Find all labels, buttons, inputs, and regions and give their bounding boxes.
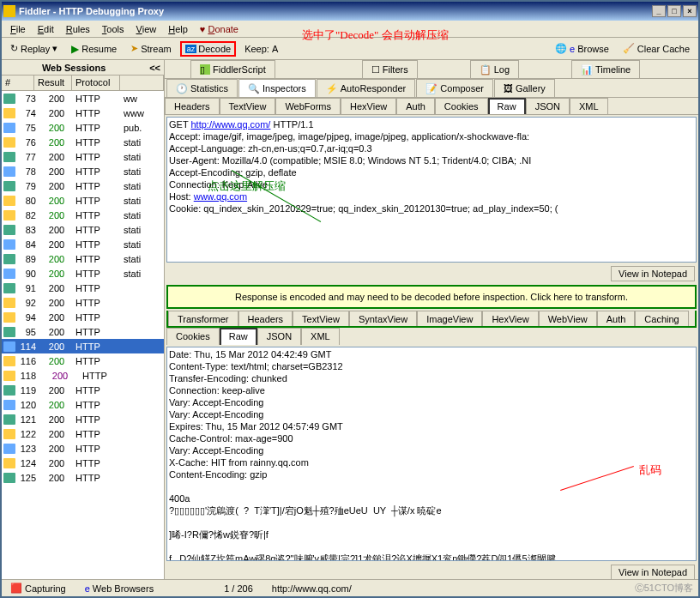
response-raw-pane[interactable]: Date: Thu, 15 Mar 2012 04:42:49 GMT Cont… xyxy=(166,347,697,561)
view-notepad-button-2[interactable]: View in Notepad xyxy=(611,565,695,580)
session-row[interactable]: 89200HTTPstati xyxy=(2,251,164,266)
reqtab-hexview[interactable]: HexView xyxy=(341,98,396,114)
status-browsers[interactable]: e Web Browsers xyxy=(80,583,159,594)
session-row[interactable]: 90200HTTPstati xyxy=(2,266,164,281)
minimize-button[interactable]: _ xyxy=(652,5,666,17)
session-row[interactable]: 94200HTTP xyxy=(2,310,164,324)
tab-timeline[interactable]: 📊 Timeline xyxy=(571,60,640,78)
session-row[interactable]: 121200HTTP xyxy=(2,412,164,426)
col-result[interactable]: Result xyxy=(34,76,72,90)
tab-inspectors[interactable]: 🔍 Inspectors xyxy=(238,79,316,97)
session-row[interactable]: 119200HTTP xyxy=(2,383,164,397)
session-row[interactable]: 120200HTTP xyxy=(2,397,164,412)
resptab-xml[interactable]: XML xyxy=(301,328,340,345)
window-title: Fiddler - HTTP Debugging Proxy xyxy=(19,6,652,16)
fiddler-icon xyxy=(3,5,15,17)
reqtab-json[interactable]: JSON xyxy=(526,98,570,114)
session-row[interactable]: 124200HTTP xyxy=(2,456,164,470)
status-capturing[interactable]: 🟥 Capturing xyxy=(5,583,71,594)
titlebar: Fiddler - HTTP Debugging Proxy _ □ × xyxy=(2,2,698,21)
transform-bar[interactable]: Response is encoded and may need to be d… xyxy=(166,285,697,309)
replay-button[interactable]: ↻ Replay ▾ xyxy=(5,41,63,56)
tab-composer[interactable]: 📝 Composer xyxy=(416,79,493,97)
reqtab-auth[interactable]: Auth xyxy=(396,98,435,114)
annotation-garbled: 乱码 xyxy=(639,464,661,475)
tab-log[interactable]: 📋 Log xyxy=(470,60,519,78)
col-host[interactable] xyxy=(120,76,164,90)
resptab-syntaxview[interactable]: SyntaxView xyxy=(349,311,417,326)
top-tabs-2: 🕐 Statistics 🔍 Inspectors ⚡ AutoResponde… xyxy=(165,79,698,98)
session-row[interactable]: 75200HTTPpub. xyxy=(2,120,164,135)
resume-button[interactable]: ▶ Resume xyxy=(66,41,122,57)
col-protocol[interactable]: Protocol xyxy=(72,76,120,90)
right-panel: ▯FiddlerScript ☐ Filters 📋 Log 📊 Timelin… xyxy=(165,60,698,582)
session-row[interactable]: 83200HTTPstati xyxy=(2,222,164,237)
menu-donate[interactable]: ♥ Donate xyxy=(195,22,244,36)
session-row[interactable]: 78200HTTPstati xyxy=(2,164,164,178)
session-row[interactable]: 80200HTTPstati xyxy=(2,193,164,208)
decode-button[interactable]: az Decode xyxy=(180,41,236,57)
session-row[interactable]: 84200HTTPstati xyxy=(2,237,164,251)
tab-statistics[interactable]: 🕐 Statistics xyxy=(166,79,238,97)
clear-cache-button[interactable]: 🧹 Clear Cache xyxy=(618,41,695,56)
session-row[interactable]: 92200HTTP xyxy=(2,295,164,310)
tab-filters[interactable]: ☐ Filters xyxy=(362,60,418,78)
session-row[interactable]: 116200HTTP xyxy=(2,353,164,368)
col-num[interactable]: # xyxy=(2,76,34,90)
reqtab-textview[interactable]: TextView xyxy=(220,98,276,114)
resptab-json[interactable]: JSON xyxy=(257,328,301,345)
menu-edit[interactable]: Edit xyxy=(33,22,59,36)
stream-button[interactable]: ➤ Stream xyxy=(125,41,176,56)
resptab-imageview[interactable]: ImageView xyxy=(417,311,482,326)
session-row[interactable]: 118200HTTP xyxy=(2,368,164,383)
resptab-headers[interactable]: Headers xyxy=(238,311,293,326)
view-notepad-button[interactable]: View in Notepad xyxy=(611,266,695,281)
session-row[interactable]: 77200HTTPstati xyxy=(2,149,164,164)
close-button[interactable]: × xyxy=(683,5,697,17)
session-row[interactable]: 122200HTTP xyxy=(2,426,164,441)
resptab-auth[interactable]: Auth xyxy=(597,311,636,326)
session-row[interactable]: 95200HTTP xyxy=(2,324,164,339)
resptab-cookies[interactable]: Cookies xyxy=(166,328,220,345)
collapse-button[interactable]: << xyxy=(146,63,164,73)
session-row[interactable]: 79200HTTPstati xyxy=(2,178,164,193)
menu-view[interactable]: View xyxy=(131,22,162,36)
session-row[interactable]: 91200HTTP xyxy=(2,281,164,295)
resptab-hexview[interactable]: HexView xyxy=(482,311,538,326)
menu-tools[interactable]: Tools xyxy=(97,22,130,36)
resptab-caching[interactable]: Caching xyxy=(635,311,688,326)
reqtab-cookies[interactable]: Cookies xyxy=(435,98,488,114)
menu-help[interactable]: Help xyxy=(163,22,193,36)
resptab-raw[interactable]: Raw xyxy=(220,328,257,345)
reqtab-raw[interactable]: Raw xyxy=(488,98,526,114)
resptab-transformer[interactable]: Transformer xyxy=(168,311,238,326)
session-row[interactable]: 74200HTTPwww xyxy=(2,106,164,120)
sessions-list[interactable]: 73200HTTPww74200HTTPwww75200HTTPpub.7620… xyxy=(2,91,164,582)
response-tabs-1: TransformerHeadersTextViewSyntaxViewImag… xyxy=(166,311,697,328)
tab-fiddlerscript[interactable]: ▯FiddlerScript xyxy=(190,60,275,78)
session-row[interactable]: 125200HTTP xyxy=(2,470,164,485)
top-tabs-1: ▯FiddlerScript ☐ Filters 📋 Log 📊 Timelin… xyxy=(165,60,698,79)
sessions-panel: Web Sessions << # Result Protocol 73200H… xyxy=(2,60,165,582)
menu-file[interactable]: File xyxy=(5,22,31,36)
statusbar: 🟥 Capturing e Web Browsers 1 / 206 http:… xyxy=(2,579,698,596)
session-row[interactable]: 123200HTTP xyxy=(2,441,164,456)
reqtab-webforms[interactable]: WebForms xyxy=(275,98,341,114)
browse-button[interactable]: 🌐 e Browse xyxy=(550,41,614,56)
watermark: Ⓒ51CTO博客 xyxy=(635,582,693,595)
session-row[interactable]: 73200HTTPww xyxy=(2,91,164,106)
resptab-webview[interactable]: WebView xyxy=(539,311,597,326)
reqtab-headers[interactable]: Headers xyxy=(165,98,220,114)
keep-button[interactable]: Keep: A xyxy=(239,42,283,56)
reqtab-xml[interactable]: XML xyxy=(570,98,608,114)
annotation-decode: 选中了"Decode" 会自动解压缩 xyxy=(302,27,449,43)
status-url: http://www.qq.com/ xyxy=(267,583,357,594)
session-row[interactable]: 82200HTTPstati xyxy=(2,208,164,222)
menu-rules[interactable]: Rules xyxy=(61,22,95,36)
tab-gallery[interactable]: 🖼 Gallery xyxy=(494,79,555,97)
maximize-button[interactable]: □ xyxy=(667,5,681,17)
session-row[interactable]: 114200HTTP xyxy=(2,339,164,353)
resptab-textview[interactable]: TextView xyxy=(293,311,349,326)
session-row[interactable]: 76200HTTPstati xyxy=(2,135,164,149)
tab-autoresponder[interactable]: ⚡ AutoResponder xyxy=(317,79,415,97)
